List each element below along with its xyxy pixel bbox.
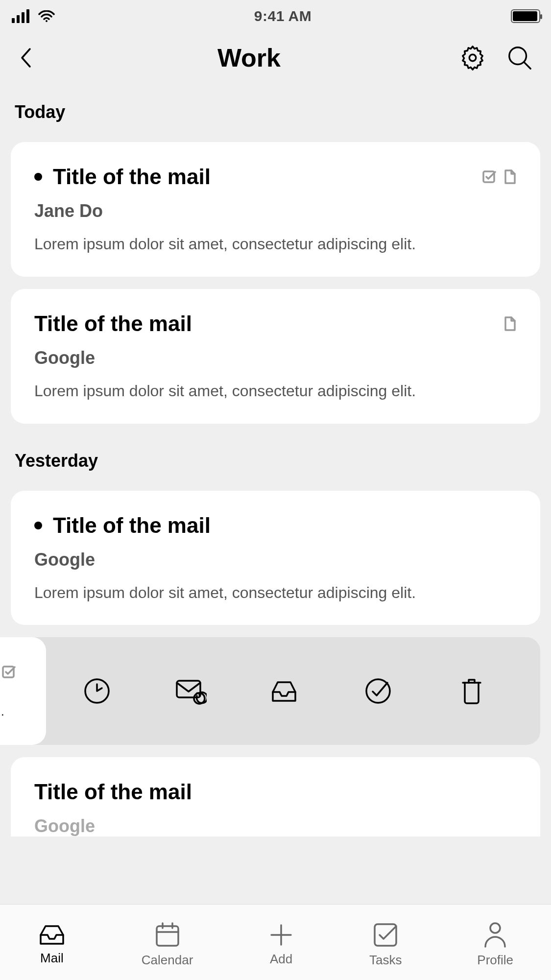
back-button[interactable] <box>15 44 39 72</box>
tab-bar: Mail Calendar Add Tasks Profile <box>0 904 551 980</box>
nav-header: Work <box>0 28 551 87</box>
swipe-actions <box>11 637 540 745</box>
task-icon <box>481 169 496 184</box>
tab-add[interactable]: Add <box>268 922 294 967</box>
status-time: 9:41 AM <box>254 8 311 24</box>
svg-point-11 <box>490 923 500 933</box>
tab-label: Mail <box>40 951 64 966</box>
status-bar: 9:41 AM <box>0 0 551 28</box>
mail-sender: Jane Do <box>34 201 517 221</box>
mail-sender: Google <box>34 816 517 837</box>
archive-button[interactable] <box>267 674 301 708</box>
mail-preview: Lorem ipsum dolor sit amet, consectetur … <box>34 233 517 255</box>
mail-item-swiped[interactable]: . <box>11 637 540 745</box>
mail-title: Title of the mail <box>34 311 503 336</box>
reply-later-button[interactable] <box>173 674 208 708</box>
mail-sender: Google <box>34 348 517 368</box>
snooze-button[interactable] <box>80 674 114 708</box>
section-heading-today: Today <box>0 87 551 142</box>
svg-point-2 <box>509 48 527 65</box>
mail-indicators <box>503 316 517 332</box>
signal-icon <box>12 9 29 23</box>
tab-label: Tasks <box>369 953 402 968</box>
tab-label: Profile <box>477 953 513 968</box>
status-right <box>511 9 540 23</box>
unread-dot-icon <box>34 173 42 181</box>
svg-point-1 <box>469 54 476 61</box>
mark-done-button[interactable] <box>361 674 395 708</box>
page-title: Work <box>49 43 449 72</box>
nav-actions <box>459 44 533 72</box>
mail-item-sliver[interactable]: . <box>0 637 46 745</box>
tab-tasks[interactable]: Tasks <box>369 921 402 968</box>
mail-item[interactable]: Title of the mail Google Lorem ipsum dol… <box>11 289 540 424</box>
tab-profile[interactable]: Profile <box>477 921 513 968</box>
mail-title: Title of the mail <box>34 780 517 804</box>
mail-item[interactable]: Title of the mail Google Lorem ipsum dol… <box>11 491 540 625</box>
wifi-icon <box>38 10 55 23</box>
tab-calendar[interactable]: Calendar <box>142 921 193 968</box>
tab-mail[interactable]: Mail <box>38 923 66 966</box>
mail-item[interactable]: Title of the mail Google <box>11 757 540 837</box>
delete-button[interactable] <box>455 674 489 708</box>
tab-label: Add <box>270 952 292 967</box>
mail-title: Title of the mail <box>53 165 481 189</box>
mail-title: Title of the mail <box>53 513 517 538</box>
svg-point-0 <box>46 20 48 22</box>
mail-preview: Lorem ipsum dolor sit amet, consectetur … <box>34 582 517 604</box>
preview-dot: . <box>1 706 4 717</box>
mail-item[interactable]: Title of the mail Jane Do Lorem ipsum do… <box>11 142 540 277</box>
svg-rect-5 <box>177 681 200 697</box>
mail-indicators <box>481 169 517 185</box>
tab-label: Calendar <box>142 953 193 968</box>
unread-dot-icon <box>34 522 42 529</box>
search-button[interactable] <box>506 44 533 72</box>
status-left <box>12 9 55 23</box>
mail-preview: Lorem ipsum dolor sit amet, consectetur … <box>34 380 517 402</box>
attachment-icon <box>503 169 517 185</box>
mail-sender: Google <box>34 550 517 570</box>
svg-rect-8 <box>3 667 14 677</box>
svg-rect-9 <box>157 926 178 946</box>
battery-icon <box>511 9 540 23</box>
attachment-icon <box>503 316 517 332</box>
task-icon <box>1 665 16 681</box>
section-heading-yesterday: Yesterday <box>0 436 551 491</box>
svg-rect-3 <box>483 171 494 182</box>
svg-rect-10 <box>375 924 396 946</box>
settings-button[interactable] <box>459 44 486 72</box>
